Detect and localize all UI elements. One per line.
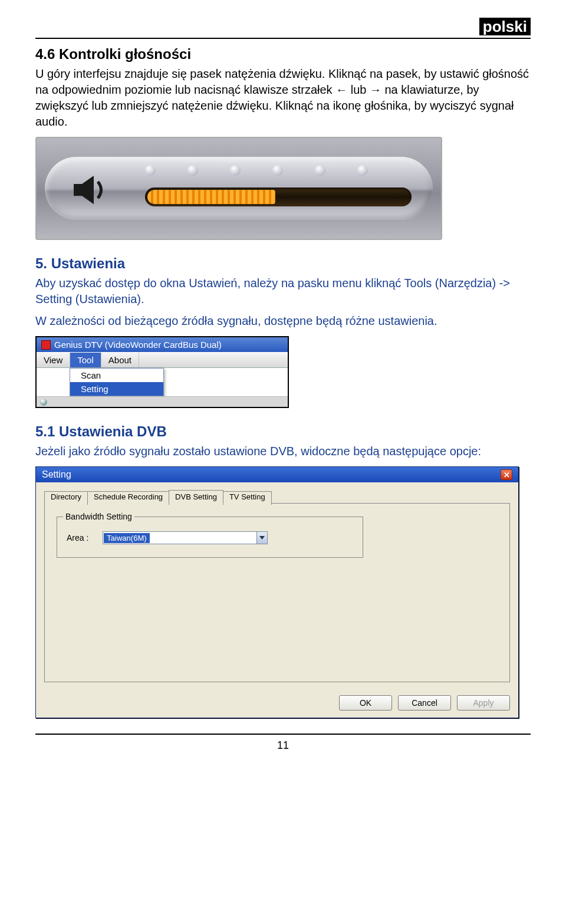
bandwidth-groupbox: Bandwidth Setting Area : Taiwan(6M) — [57, 517, 363, 558]
page-number: 11 — [35, 739, 531, 752]
tab-dvb-setting[interactable]: DVB Setting — [169, 490, 223, 504]
ok-button[interactable]: OK — [339, 695, 392, 711]
volume-pill — [45, 157, 433, 220]
heading-5-1: 5.1 Ustawienia DVB — [35, 423, 531, 440]
tab-tv-setting[interactable]: TV Setting — [223, 491, 272, 505]
volume-track[interactable] — [145, 188, 412, 206]
tab-panel: Bandwidth Setting Area : Taiwan(6M) — [44, 504, 510, 682]
menu-dropdown: Scan Setting — [70, 368, 164, 396]
paragraph-5-1: Jeżeli jako źródło sygnału zostało ustaw… — [35, 443, 531, 459]
menu-item-scan[interactable]: Scan — [70, 369, 163, 382]
cancel-button[interactable]: Cancel — [398, 695, 451, 711]
speaker-icon[interactable] — [65, 170, 117, 210]
dialog-buttons: OK Cancel Apply — [36, 688, 518, 718]
chevron-down-icon[interactable] — [256, 532, 267, 544]
language-badge: polski — [479, 18, 531, 35]
window-title: Genius DTV (VideoWonder CardBus Dual) — [54, 340, 222, 350]
area-combo[interactable]: Taiwan(6M) — [103, 531, 268, 544]
menu-item-setting[interactable]: Setting — [70, 382, 163, 396]
close-icon[interactable]: ✕ — [501, 469, 512, 480]
menu-tool[interactable]: Tool — [70, 353, 101, 367]
paragraph-4-6: U góry interfejsu znajduje się pasek nat… — [35, 66, 531, 130]
paragraph-5-a: Aby uzyskać dostęp do okna Ustawień, nal… — [35, 275, 531, 307]
svg-marker-1 — [259, 536, 265, 540]
dialog-tabs: Directory Schedule Recording DVB Setting… — [44, 489, 510, 504]
area-value: Taiwan(6M) — [104, 533, 149, 543]
footer-rule — [35, 734, 531, 735]
volume-fill — [147, 190, 275, 204]
menu-about[interactable]: About — [101, 353, 139, 367]
volume-bar-figure — [35, 137, 442, 240]
groupbox-legend: Bandwidth Setting — [63, 512, 134, 521]
menu-view[interactable]: View — [37, 353, 70, 367]
apply-button[interactable]: Apply — [457, 695, 510, 711]
window-titlebar: Genius DTV (VideoWonder CardBus Dual) — [37, 337, 288, 352]
menubar: View Tool About — [37, 352, 288, 368]
heading-5: 5. Ustawienia — [35, 255, 531, 272]
header-rule — [35, 38, 531, 39]
volume-ticks — [145, 165, 368, 176]
heading-4-6: 4.6 Kontrolki głośności — [35, 46, 531, 63]
dialog-title: Setting — [42, 469, 71, 480]
paragraph-5-b: W zależności od bieżącego źródła sygnału… — [35, 313, 531, 329]
tab-schedule-recording[interactable]: Schedule Recording — [87, 491, 169, 505]
app-icon — [41, 340, 51, 350]
dialog-titlebar: Setting ✕ — [36, 467, 518, 482]
menu-bottom-strip — [37, 396, 288, 407]
menu-screenshot: Genius DTV (VideoWonder CardBus Dual) Vi… — [35, 336, 289, 408]
svg-marker-0 — [74, 176, 94, 204]
setting-dialog: Setting ✕ Directory Schedule Recording D… — [35, 466, 519, 718]
area-label: Area : — [67, 533, 88, 542]
round-button-icon[interactable] — [40, 399, 47, 406]
tab-directory[interactable]: Directory — [44, 491, 88, 505]
